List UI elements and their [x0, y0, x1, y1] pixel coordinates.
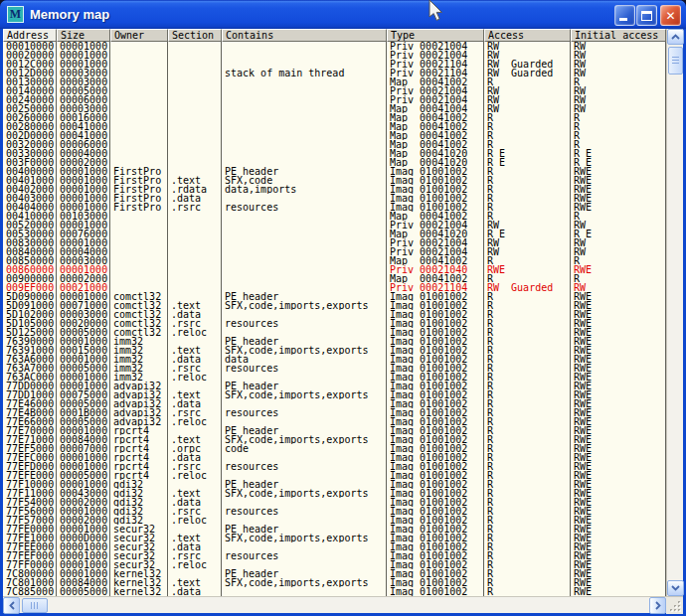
table-row[interactable]: 0026000000016000Map 00041002RR — [3, 113, 666, 122]
table-row[interactable]: 77F5400000002000gdi32.dataImag 01001002R… — [3, 498, 666, 507]
horizontal-scrollbar[interactable] — [3, 596, 683, 613]
table-row[interactable]: 0001000000001000Priv 00021004RWRW — [3, 42, 666, 51]
horizontal-scroll-thumb[interactable] — [22, 598, 48, 613]
column-header-type[interactable]: Type — [387, 29, 484, 42]
column-header-contains[interactable]: Contains — [222, 29, 387, 42]
table-row[interactable]: 0040300000001000FirstPro.dataImag 010010… — [3, 194, 666, 203]
table-row[interactable]: 5D10500000020000comctl32.rsrcresourcesIm… — [3, 319, 666, 328]
table-row[interactable]: 0090000000002000Map 00041002RR — [3, 274, 666, 283]
table-row[interactable]: 5D12500000005000comctl32.relocImag 01001… — [3, 328, 666, 337]
table-row[interactable]: 0052000000001000Priv 00021004RWRW — [3, 221, 666, 230]
table-row[interactable]: 0033000000004000Map 00041020R ER E — [3, 149, 666, 158]
table-row[interactable]: 7C80100000084000kernel32.textSFX,code,im… — [3, 578, 666, 587]
cell-address: 0012D000 — [3, 69, 57, 77]
cell-size: 00001000 — [57, 382, 110, 390]
cell-section: .rsrc — [168, 408, 222, 417]
table-row[interactable]: 77FEE00000001000secur32.dataImag 0100100… — [3, 542, 666, 551]
table-row[interactable]: 0040400000001000FirstPro.rsrcresourcesIm… — [3, 203, 666, 212]
cell-access: R — [484, 212, 571, 221]
table-row[interactable]: 77E4B0000001B000advapi32.rsrcresourcesIm… — [3, 408, 666, 417]
vertical-scroll-track[interactable] — [667, 75, 683, 580]
table-row[interactable]: 0032000000006000Map 00041002RR — [3, 140, 666, 149]
table-row[interactable]: 0012D00000003000stack of main threadPriv… — [3, 69, 666, 77]
table-row[interactable]: 77FF000000001000secur32.relocImag 010010… — [3, 560, 666, 569]
table-row[interactable]: 763A600000001000imm32.datadataImag 01001… — [3, 355, 666, 364]
table-row[interactable]: 0013000000003000Map 00041002RR — [3, 77, 666, 86]
column-header-owner[interactable]: Owner — [110, 29, 168, 42]
table-row[interactable]: 7C88500000005000kernel32.dataImag 010010… — [3, 587, 666, 596]
table-row[interactable]: 5D09100000071000comctl32.textSFX,code,im… — [3, 301, 666, 310]
table-row[interactable]: 002D000000041000Map 00041002RR — [3, 131, 666, 140]
table-row[interactable]: 77F1000000001000gdi32PE headerImag 01001… — [3, 480, 666, 489]
table-row[interactable]: 77FE000000001000secur32PE headerImag 010… — [3, 525, 666, 534]
table-row[interactable]: 77F5700000002000gdi32.relocImag 01001002… — [3, 516, 666, 525]
scroll-right-button[interactable] — [649, 597, 666, 614]
resize-grip[interactable] — [666, 597, 683, 614]
column-header-size[interactable]: Size — [57, 29, 110, 42]
table-row[interactable]: 5D09000000001000comctl32PE headerImag 01… — [3, 292, 666, 301]
table-row[interactable]: 5D10200000003000comctl32.dataImag 010010… — [3, 310, 666, 319]
table-row[interactable]: 009EF00000021000Priv 00021104RW GuardedR… — [3, 283, 666, 292]
table-row[interactable]: 0083000000001000Priv 00021004RWRW — [3, 238, 666, 247]
cell-owner — [110, 104, 168, 113]
cell-owner — [110, 247, 168, 256]
table-row[interactable]: 003F000000002000Map 00041020R ER E — [3, 158, 666, 167]
table-row[interactable]: 77EF500000007000rpcrt4.orpccodeImag 0100… — [3, 444, 666, 453]
table-row[interactable]: 77DD000000001000advapi32PE headerImag 01… — [3, 382, 666, 390]
table-row[interactable]: 0040100000001000FirstPro.textSFX,codeIma… — [3, 176, 666, 185]
cell-section — [168, 525, 222, 534]
window-icon[interactable]: M — [7, 6, 24, 23]
cell-initial-access: R — [571, 140, 666, 149]
cell-access: RW — [484, 247, 571, 256]
table-row[interactable]: 0014000000005000Priv 00021004RWRW — [3, 86, 666, 95]
cell-access: R — [484, 399, 571, 408]
table-row[interactable]: 77FE10000000D000secur32.textSFX,code,imp… — [3, 534, 666, 542]
table-row[interactable]: 0084000000004000Priv 00021004RWRW — [3, 247, 666, 256]
vertical-scrollbar[interactable] — [666, 29, 683, 596]
scroll-left-button[interactable] — [3, 597, 20, 614]
cell-address: 77EF5000 — [3, 444, 57, 453]
table-row[interactable]: 0024000000006000Priv 00021004RWRW — [3, 95, 666, 104]
cell-initial-access: R E — [571, 149, 666, 158]
table-row[interactable]: 77F5600000001000gdi32.rsrcresourcesImag … — [3, 507, 666, 516]
minimize-button[interactable] — [614, 5, 635, 26]
table-row[interactable]: 0085000000003000Map 00041002RR — [3, 256, 666, 265]
table-row[interactable]: 0025000000003000Map 00041004RWRW — [3, 104, 666, 113]
close-button[interactable]: ✕ — [660, 5, 681, 26]
vertical-scroll-thumb[interactable] — [668, 47, 683, 75]
column-header-address[interactable]: Address — [3, 29, 57, 42]
table-row[interactable]: 763A700000005000imm32.rsrcresourcesImag … — [3, 364, 666, 373]
table-row[interactable]: 0012C00000001000Priv 00021104RW GuardedR… — [3, 60, 666, 69]
table-row[interactable]: 763AC00000001000imm32.relocImag 01001002… — [3, 373, 666, 382]
table-row[interactable]: 77EFD00000001000rpcrt4.rsrcresourcesImag… — [3, 462, 666, 471]
table-row[interactable]: 0002000000001000Priv 00021004RWRW — [3, 51, 666, 60]
scroll-down-button[interactable] — [667, 580, 684, 596]
table-row[interactable]: 0040200000001000FirstPro.rdatadata,impor… — [3, 185, 666, 194]
table-row[interactable]: 77E4600000005000advapi32.dataImag 010010… — [3, 399, 666, 408]
table-row[interactable]: 77FEF00000001000secur32.rsrcresourcesIma… — [3, 551, 666, 560]
table-row[interactable]: 77E7000000001000rpcrt4PE headerImag 0100… — [3, 426, 666, 435]
table-row[interactable]: 7C80000000001000kernel32PE headerImag 01… — [3, 569, 666, 578]
cell-access: R — [484, 167, 571, 176]
table-row[interactable]: 77F1100000043000gdi32.textSFX,code,impor… — [3, 489, 666, 498]
table-row[interactable]: 0053000000076000Map 00041020R ER E — [3, 230, 666, 238]
table-row[interactable]: 0040000000001000FirstProPE headerImag 01… — [3, 167, 666, 176]
table-row[interactable]: 77EFC00000001000rpcrt4.dataImag 01001002… — [3, 453, 666, 462]
table-row[interactable]: 77EFE00000005000rpcrt4.relocImag 0100100… — [3, 471, 666, 480]
scroll-up-button[interactable] — [667, 29, 684, 45]
column-header-access[interactable]: Access — [484, 29, 571, 42]
column-header-initial-access[interactable]: Initial access — [571, 29, 666, 42]
table-row[interactable]: 0028000000041000Map 00041002RR — [3, 122, 666, 131]
table-row[interactable]: 77E6600000005000advapi32.relocImag 01001… — [3, 417, 666, 426]
titlebar[interactable]: M Memory map ✕ — [0, 0, 686, 29]
table-row[interactable]: 0086000000001000Priv 00021040RWERWE — [3, 265, 666, 274]
table-row[interactable]: 77DD100000075000advapi32.textSFX,code,im… — [3, 390, 666, 399]
column-header-section[interactable]: Section — [168, 29, 222, 42]
maximize-button[interactable] — [636, 5, 657, 26]
table-row[interactable]: 77E7100000084000rpcrt4.textSFX,code,impo… — [3, 435, 666, 444]
table-row[interactable]: 0041000000103000Map 00041002RR — [3, 212, 666, 221]
horizontal-scroll-track[interactable] — [48, 597, 649, 613]
table-row[interactable]: 7639000000001000imm32PE headerImag 01001… — [3, 337, 666, 346]
cell-access: R — [484, 507, 571, 516]
table-row[interactable]: 7639100000015000imm32.textSFX,code,impor… — [3, 346, 666, 355]
